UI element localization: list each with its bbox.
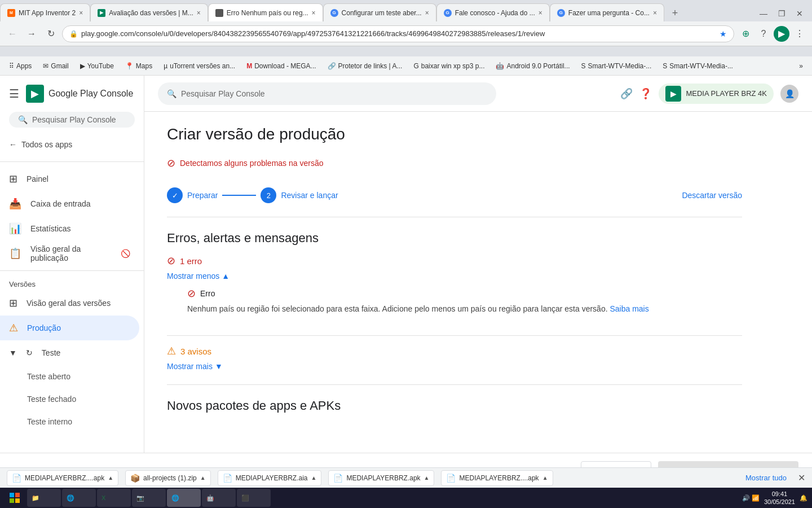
tab-close-avaliacao[interactable]: × bbox=[197, 9, 201, 17]
back-button[interactable]: ← bbox=[5, 26, 20, 42]
bookmark-utorrent[interactable]: µ uTorrent versões an... bbox=[159, 61, 240, 71]
tab-fale[interactable]: G Fale conosco - Ajuda do ... × bbox=[436, 3, 550, 21]
tab-close-mit[interactable]: × bbox=[79, 9, 83, 17]
taskbar-item-task2[interactable]: 📷 bbox=[132, 489, 166, 507]
tab-configurar[interactable]: G Configurar um teste aber... × bbox=[323, 3, 436, 21]
close-button[interactable]: ✕ bbox=[792, 6, 807, 21]
taskbar-item-ie[interactable]: 🌐 bbox=[62, 489, 96, 507]
step-preparar: ✓ Preparar bbox=[167, 187, 218, 203]
sidebar-item-teste-interno[interactable]: Teste interno bbox=[0, 410, 144, 433]
sidebar-item-producao[interactable]: ⚠ Produção bbox=[0, 316, 139, 340]
hamburger-menu-icon[interactable]: ☰ bbox=[9, 87, 19, 100]
bookmark-more-button[interactable]: » bbox=[795, 61, 807, 71]
tab-favicon-fale: G bbox=[444, 9, 452, 17]
show-more-toggle[interactable]: Mostrar mais ▼ bbox=[167, 362, 742, 371]
app-selector[interactable]: ▶ MEDIA PLAYER BRZ 4K bbox=[659, 84, 774, 104]
bookmark-youtube[interactable]: ▶ YouTube bbox=[76, 61, 118, 71]
tab-favicon-avaliacao: ▶ bbox=[98, 9, 105, 17]
new-tab-button[interactable]: + bbox=[667, 5, 683, 21]
teste-aberto-label: Teste aberto bbox=[27, 372, 70, 381]
bookmark-smart2[interactable]: S Smart-WTV-Media-... bbox=[658, 61, 738, 71]
error-count-row: ⊘ 1 erro bbox=[167, 255, 742, 267]
sidebar-item-visao-versoes[interactable]: ⊞ Visão geral das versões bbox=[0, 291, 139, 316]
tab-close-fazer[interactable]: × bbox=[653, 9, 657, 17]
help-icon[interactable]: ❓ bbox=[639, 87, 652, 100]
url-text: play.google.com/console/u/0/developers/8… bbox=[81, 29, 716, 38]
tab-mit[interactable]: M MIT App Inventor 2 × bbox=[0, 3, 90, 21]
tab-favicon-mit: M bbox=[7, 9, 15, 17]
forward-button[interactable]: → bbox=[24, 26, 39, 42]
tab-close-fale[interactable]: × bbox=[539, 9, 542, 17]
packages-title: Novos pacotes de apps e APKs bbox=[167, 398, 742, 413]
download-chevron-0[interactable]: ▲ bbox=[108, 475, 113, 481]
bookmark-protetor[interactable]: 🔗 Protetor de links | A... bbox=[323, 61, 407, 71]
refresh-button[interactable]: ↻ bbox=[43, 26, 59, 42]
download-item-1[interactable]: 📦 all-projects (1).zip ▲ bbox=[125, 470, 211, 486]
download-chevron-1[interactable]: ▲ bbox=[200, 475, 206, 481]
address-bar[interactable]: 🔒 play.google.com/console/u/0/developers… bbox=[62, 25, 734, 42]
bookmark-mega-icon: M bbox=[246, 62, 252, 70]
top-search-bar[interactable]: 🔍 Pesquisar Play Console bbox=[158, 82, 496, 105]
painel-icon: ⊞ bbox=[9, 173, 17, 185]
bookmark-apps[interactable]: ⠿ Apps bbox=[5, 61, 36, 71]
back-arrow-icon: ← bbox=[9, 140, 17, 149]
show-less-toggle[interactable]: Mostrar menos ▲ bbox=[167, 271, 742, 281]
help-icon[interactable]: ? bbox=[756, 26, 771, 42]
bookmark-mega[interactable]: M Download - MEGA... bbox=[242, 61, 320, 71]
bookmark-maps[interactable]: 📍 Maps bbox=[121, 61, 157, 71]
sidebar-item-estatisticas[interactable]: 📊 Estatísticas bbox=[0, 216, 139, 241]
bookmark-baixar-label: baixar win xp sp3 p... bbox=[421, 62, 485, 70]
tab-title-mit: MIT App Inventor 2 bbox=[19, 9, 76, 17]
download-item-2[interactable]: 📄 MEDIAPLAYERBRZ.aia ▲ bbox=[218, 470, 322, 486]
page-title: Criar versão de produção bbox=[167, 125, 742, 143]
play-extension-icon[interactable]: ▶ bbox=[774, 26, 789, 42]
maximize-button[interactable]: ❐ bbox=[774, 6, 789, 21]
close-download-bar-button[interactable]: ✕ bbox=[798, 472, 805, 483]
taskbar-item-excel[interactable]: X bbox=[97, 489, 131, 507]
sidebar-item-teste-fechado[interactable]: Teste fechado bbox=[0, 388, 144, 410]
tab-fazer[interactable]: G Fazer uma pergunta - Co... × bbox=[550, 3, 664, 21]
sidebar-item-teste-aberto[interactable]: Teste aberto bbox=[0, 365, 144, 388]
download-chevron-3[interactable]: ▲ bbox=[424, 475, 430, 481]
bookmark-gmail[interactable]: ✉ Gmail bbox=[38, 61, 73, 71]
user-avatar[interactable]: 👤 bbox=[780, 85, 798, 103]
sidebar-search[interactable]: 🔍 Pesquisar Play Console bbox=[9, 112, 135, 128]
bookmark-baixar[interactable]: G baixar win xp sp3 p... bbox=[409, 61, 489, 71]
task2-icon: 📷 bbox=[136, 494, 144, 502]
content-inner: Criar versão de produção ⊘ Detectamos al… bbox=[144, 112, 765, 427]
sidebar-item-painel[interactable]: ⊞ Painel bbox=[0, 167, 139, 191]
download-item-4[interactable]: 📄 MEDIAPLAYERBRZ....apk ▲ bbox=[441, 470, 553, 486]
download-chevron-4[interactable]: ▲ bbox=[542, 475, 548, 481]
content-divider-2 bbox=[167, 384, 742, 385]
download-chevron-2[interactable]: ▲ bbox=[311, 475, 317, 481]
notification-icon[interactable]: 🔔 bbox=[800, 494, 807, 502]
sidebar-item-teste[interactable]: ▼ ↻ Teste bbox=[0, 340, 139, 365]
download-name-1: all-projects (1).zip bbox=[143, 474, 197, 482]
discard-version-link[interactable]: Descartar versão bbox=[682, 191, 742, 200]
back-to-apps[interactable]: ← Todos os apps bbox=[0, 132, 144, 157]
bookmark-smart1[interactable]: S Smart-WTV-Media-... bbox=[577, 61, 656, 71]
download-item-0[interactable]: 📄 MEDIAPLAYERBRZ....apk ▲ bbox=[7, 470, 118, 486]
cast-icon[interactable]: ⊕ bbox=[738, 26, 753, 42]
taskbar-item-android[interactable]: 🤖 bbox=[202, 489, 236, 507]
bookmark-android[interactable]: 🤖 Android 9.0 Portátil... bbox=[491, 61, 574, 71]
sidebar-item-visao[interactable]: 📋 Visão geral da publicação 🚫 bbox=[0, 241, 139, 266]
minimize-button[interactable]: — bbox=[756, 6, 771, 21]
sidebar-item-caixa[interactable]: 📥 Caixa de entrada bbox=[0, 191, 139, 216]
link-icon[interactable]: 🔗 bbox=[620, 87, 633, 100]
tab-avaliacao[interactable]: ▶ Avaliação das versões | M... × bbox=[90, 3, 208, 21]
start-button[interactable] bbox=[5, 488, 25, 508]
menu-button[interactable]: ⋮ bbox=[792, 26, 807, 42]
show-all-downloads-button[interactable]: Mostrar tudo bbox=[745, 474, 787, 482]
taskbar-item-cmd[interactable]: ⬛ bbox=[237, 489, 271, 507]
learn-more-link[interactable]: Saiba mais bbox=[610, 304, 648, 313]
taskbar-item-explorer[interactable]: 📁 bbox=[27, 489, 61, 507]
taskbar-clock: 09:41 30/05/2021 bbox=[764, 490, 795, 506]
tab-erro[interactable]: Erro Nenhum país ou reg... × bbox=[208, 3, 323, 21]
download-item-3[interactable]: 📄 MEDIAPLAYERBRZ.apk ▲ bbox=[328, 470, 434, 486]
step-revisar: 2 Revisar e lançar bbox=[261, 187, 338, 203]
tab-close-configurar[interactable]: × bbox=[425, 9, 429, 17]
taskbar-item-chrome[interactable]: 🌐 bbox=[167, 489, 201, 507]
tab-close-erro[interactable]: × bbox=[312, 9, 316, 17]
bookmark-star-icon[interactable]: ★ bbox=[720, 29, 727, 38]
